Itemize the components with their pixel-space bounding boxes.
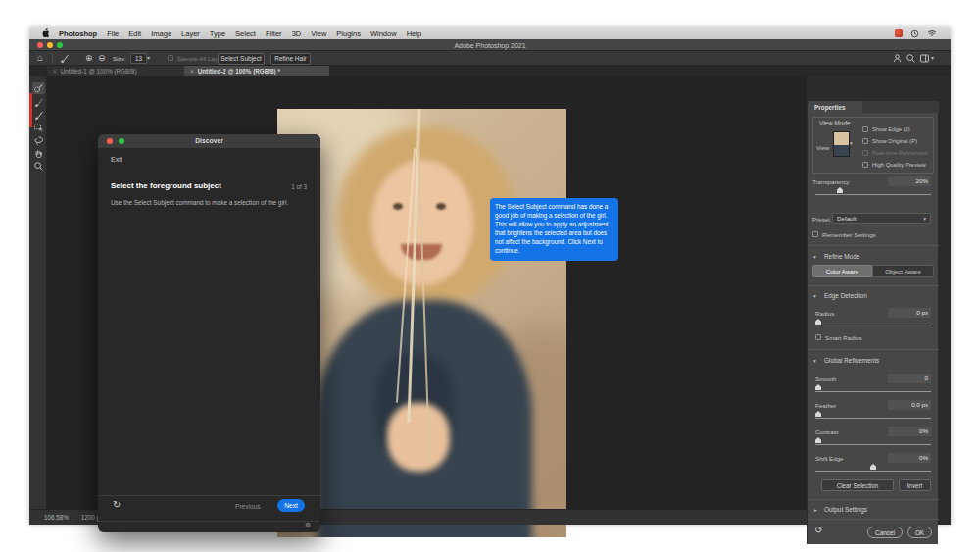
zoom-tool-icon[interactable] [32, 160, 45, 172]
feather-value-field[interactable]: 0.0 px [888, 400, 931, 410]
view-dropdown-chevron-icon[interactable]: ▾ [850, 140, 853, 146]
workspace-chevron-icon[interactable]: ▾ [931, 54, 934, 61]
photo-of-girl[interactable] [277, 109, 566, 537]
menu-item-window[interactable]: Window [370, 29, 397, 38]
shift-edge-slider[interactable] [815, 471, 931, 472]
size-dropdown-chevron-icon[interactable]: ▾ [147, 54, 150, 61]
menu-item-3d[interactable]: 3D [292, 29, 302, 38]
size-label: Size: [113, 55, 126, 62]
tab2-close-icon[interactable]: × [190, 68, 194, 75]
high-quality-preview-checkbox[interactable] [862, 162, 868, 168]
radius-value-field[interactable]: 0 px [888, 308, 931, 318]
tab-untitled-1[interactable]: × Untitled-1 @ 100% (RGB/8) [47, 66, 184, 76]
discover-title-bar: Discover [98, 134, 320, 148]
realtime-refinement-label: Real-time Refinement [872, 150, 928, 156]
tab-untitled-2-active[interactable]: × Untitled-2 @ 100% (RGB/8) * [184, 66, 329, 76]
menubar-app-status-icon[interactable] [895, 29, 903, 37]
smooth-slider-thumb[interactable] [815, 384, 821, 390]
properties-panel: Properties View Mode View ▾ Show Edge (J… [807, 101, 938, 544]
transparency-slider[interactable] [815, 194, 931, 195]
menu-item-view[interactable]: View [311, 29, 326, 38]
show-original-checkbox[interactable] [862, 138, 868, 144]
discover-settings-gear-icon[interactable]: ⚙ [305, 522, 311, 529]
brush-tool-icon[interactable] [32, 109, 45, 121]
edge-detection-collapse-icon[interactable]: ▾ [813, 293, 816, 299]
global-refinements-collapse-icon[interactable]: ▾ [813, 358, 816, 364]
refine-hair-button[interactable]: Refine Hair [270, 53, 311, 65]
apple-menu-icon[interactable] [41, 28, 50, 38]
refine-mode-label: Refine Mode [824, 253, 859, 260]
output-settings-collapse-icon[interactable]: ▸ [814, 507, 817, 513]
reset-workspace-icon[interactable]: ↺ [814, 525, 822, 535]
smooth-value-field[interactable]: 0 [888, 374, 931, 383]
transparency-value-field[interactable]: 20% [888, 176, 931, 186]
clock-icon[interactable] [910, 29, 919, 38]
tab-properties[interactable]: Properties [808, 101, 862, 113]
refine-edge-brush-tool-icon[interactable] [32, 96, 45, 108]
menu-item-help[interactable]: Help [407, 29, 421, 38]
brush-tool-preset-icon[interactable] [59, 53, 70, 64]
discover-exit-link[interactable]: Exit [111, 156, 122, 163]
feather-slider[interactable] [815, 418, 931, 419]
discover-previous-button[interactable]: Previous [235, 503, 261, 510]
preset-chevron-icon: ▾ [923, 216, 926, 222]
increase-size-icon[interactable]: ⊕ [85, 53, 93, 63]
show-edge-checkbox[interactable] [862, 126, 868, 132]
menu-item-select[interactable]: Select [235, 29, 256, 38]
object-selection-tool-icon[interactable] [32, 122, 45, 133]
discover-step-counter: 1 of 3 [291, 183, 307, 190]
smooth-label: Smooth [815, 376, 836, 382]
menu-item-file[interactable]: File [107, 29, 119, 38]
workspace-switcher-icon[interactable] [919, 53, 930, 64]
menu-item-photoshop[interactable]: Photoshop [59, 29, 97, 38]
shift-edge-value-field[interactable]: 0% [888, 453, 931, 463]
menu-item-image[interactable]: Image [151, 29, 172, 38]
ok-button[interactable]: OK [907, 527, 932, 538]
remember-settings-checkbox[interactable] [812, 231, 818, 237]
zoom-level-field[interactable]: 106.58% [44, 514, 69, 521]
tab1-close-icon[interactable]: × [53, 68, 57, 75]
section-divider [808, 245, 939, 246]
photoshop-window: Photoshop File Edit Image Layer Type Sel… [29, 27, 951, 525]
preset-dropdown[interactable]: Default ▾ [832, 213, 931, 224]
global-refinements-label: Global Refinements [824, 357, 879, 364]
home-icon[interactable]: ⌂ [37, 52, 43, 63]
search-icon[interactable] [906, 53, 916, 64]
lasso-tool-icon[interactable] [32, 134, 45, 146]
radius-slider-thumb[interactable] [815, 319, 821, 325]
contrast-slider[interactable] [815, 444, 931, 445]
size-value-field[interactable]: 13 [130, 53, 147, 64]
invert-button[interactable]: Invert [899, 479, 931, 491]
sample-all-layers-checkbox[interactable] [168, 55, 173, 61]
shift-edge-slider-thumb[interactable] [870, 464, 876, 470]
view-label: View [816, 144, 829, 151]
radius-slider[interactable] [815, 326, 931, 326]
refine-mode-collapse-icon[interactable]: ▾ [813, 254, 816, 260]
select-subject-button[interactable]: Select Subject [218, 53, 265, 65]
decrease-size-icon[interactable]: ⊖ [98, 53, 106, 63]
contrast-value-field[interactable]: 0% [888, 427, 931, 436]
smart-radius-checkbox[interactable] [815, 334, 821, 340]
object-aware-button[interactable]: Object Aware [872, 265, 934, 277]
contrast-slider-thumb[interactable] [815, 437, 821, 443]
menu-item-layer[interactable]: Layer [181, 29, 200, 38]
clear-selection-button[interactable]: Clear Selection [821, 479, 894, 491]
cancel-button[interactable]: Cancel [867, 527, 903, 538]
feather-slider-thumb[interactable] [815, 411, 821, 417]
menu-item-edit[interactable]: Edit [128, 29, 141, 38]
share-user-icon[interactable] [892, 53, 903, 64]
color-aware-button[interactable]: Color Aware [812, 265, 872, 277]
realtime-refinement-checkbox[interactable] [862, 150, 868, 156]
wifi-icon[interactable] [927, 29, 937, 37]
quick-selection-tool-icon[interactable] [32, 82, 45, 94]
transparency-slider-thumb[interactable] [837, 187, 843, 193]
section-divider [808, 499, 939, 500]
menu-item-filter[interactable]: Filter [266, 29, 282, 38]
smooth-slider[interactable] [815, 391, 931, 392]
menu-item-plugins[interactable]: Plugins [336, 29, 361, 38]
view-thumbnail[interactable] [833, 131, 850, 157]
hand-tool-icon[interactable] [32, 147, 45, 159]
discover-next-button[interactable]: Next [277, 499, 305, 512]
menu-item-type[interactable]: Type [210, 29, 225, 38]
restart-tutorial-icon[interactable]: ↻ [113, 499, 121, 510]
